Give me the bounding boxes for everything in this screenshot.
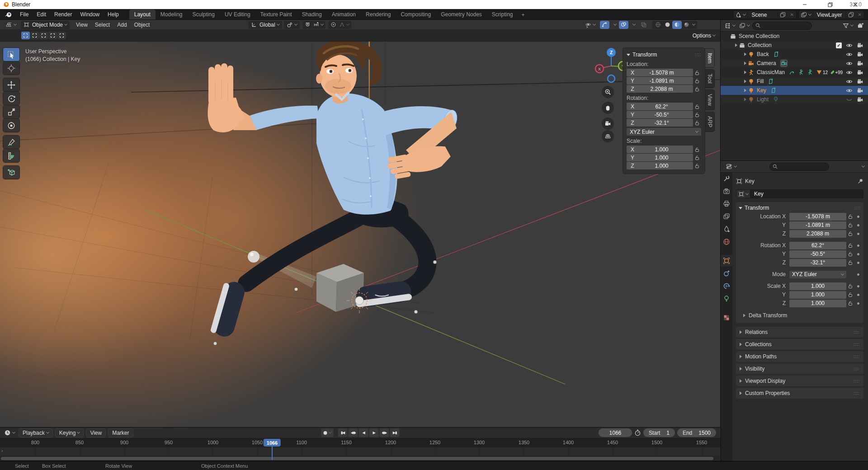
- animate-property-dot[interactable]: [857, 273, 859, 276]
- editor-type-button[interactable]: [3, 21, 19, 29]
- collapsed-panel-header[interactable]: Viewport Display: [736, 376, 863, 386]
- workspace-tab[interactable]: Shading: [297, 9, 327, 20]
- timeline-menu-item[interactable]: Keying: [55, 428, 84, 437]
- mode-selector[interactable]: Object Mode: [21, 21, 70, 29]
- proportional-falloff-selector[interactable]: [338, 21, 350, 29]
- properties-tab[interactable]: [721, 211, 732, 222]
- scene-unlink-button[interactable]: ✕: [788, 12, 796, 17]
- workspace-tab[interactable]: Layout: [129, 9, 156, 20]
- lock-button[interactable]: [846, 243, 854, 248]
- timeline-menu-item[interactable]: View: [86, 428, 106, 437]
- location-field[interactable]: Z2.2088 m: [627, 85, 693, 93]
- timeline-editor-type-button[interactable]: [3, 429, 16, 437]
- outliner-row[interactable]: Key: [721, 86, 868, 95]
- disable-in-renders-toggle[interactable]: [857, 42, 863, 49]
- closed-icon[interactable]: [744, 89, 746, 92]
- collection-checkbox[interactable]: ✓: [836, 42, 842, 48]
- properties-tab[interactable]: [721, 293, 732, 305]
- viewlayer-copy-button[interactable]: [846, 12, 856, 18]
- collapse-icon[interactable]: [627, 54, 630, 56]
- toolbar-tool-button[interactable]: [3, 166, 19, 179]
- outliner-row[interactable]: Collection ✓: [721, 41, 868, 50]
- next-keyframe-icon[interactable]: [380, 428, 389, 437]
- viewport-menu-item[interactable]: Add: [113, 21, 130, 29]
- select-mode-button[interactable]: [48, 32, 57, 39]
- start-frame-field[interactable]: Start1: [643, 428, 675, 437]
- rotation-mode-dropdown[interactable]: XYZ Euler: [627, 128, 701, 136]
- animate-property-dot[interactable]: [857, 244, 859, 247]
- lock-button[interactable]: [693, 70, 701, 75]
- shading-material-button[interactable]: [672, 21, 682, 29]
- animate-property-dot[interactable]: [857, 302, 859, 305]
- viewport-menu-item[interactable]: Object: [131, 21, 154, 29]
- collapse-icon[interactable]: [739, 207, 742, 209]
- shading-wireframe-button[interactable]: [653, 21, 663, 29]
- play-icon[interactable]: [369, 428, 379, 437]
- n-panel-tab[interactable]: ARP: [705, 112, 714, 132]
- property-value-field[interactable]: -50.5°: [789, 250, 846, 258]
- select-mode-button[interactable]: [57, 32, 66, 39]
- select-mode-button[interactable]: [39, 32, 48, 39]
- location-field[interactable]: X-1.5078 m: [627, 69, 693, 76]
- collapsed-panel-header[interactable]: Collections: [736, 339, 863, 350]
- collapsed-panel-header[interactable]: Custom Properties: [736, 388, 863, 399]
- object-name-input[interactable]: Key: [750, 189, 863, 198]
- lock-button[interactable]: [846, 231, 854, 236]
- lock-button[interactable]: [693, 104, 701, 109]
- lock-button[interactable]: [846, 301, 854, 306]
- viewport-menu-item[interactable]: Select: [91, 21, 113, 29]
- property-value-field[interactable]: -32.1°: [789, 259, 846, 267]
- eye-open-icon[interactable]: [846, 51, 853, 58]
- properties-tab[interactable]: [721, 268, 732, 279]
- menubar-item[interactable]: Edit: [33, 9, 50, 19]
- toolbar-tool-button[interactable]: [3, 149, 19, 162]
- property-value-field[interactable]: 62.2°: [789, 242, 846, 249]
- menubar-item[interactable]: Render: [50, 9, 76, 19]
- property-value-field[interactable]: 1.000: [789, 282, 846, 290]
- pivot-point-selector[interactable]: [284, 21, 300, 29]
- collapsed-panel-header[interactable]: Relations: [736, 327, 863, 338]
- property-value-field[interactable]: -1.5078 m: [789, 213, 846, 221]
- new-collection-button[interactable]: [856, 22, 865, 30]
- timeline-ruler[interactable]: 8008509009501000105011001150120012501300…: [0, 438, 721, 447]
- n-panel-tab[interactable]: View: [705, 90, 714, 110]
- menubar-item[interactable]: Help: [104, 9, 123, 19]
- lock-button[interactable]: [693, 147, 701, 152]
- timeline-menu-item[interactable]: Playback: [19, 428, 53, 437]
- minimize-button[interactable]: [792, 0, 817, 9]
- xray-toggle[interactable]: [638, 21, 650, 29]
- disable-in-renders-toggle[interactable]: [857, 87, 863, 94]
- breadcrumb-object-name[interactable]: Key: [745, 178, 755, 184]
- shading-rendered-button[interactable]: [682, 21, 691, 29]
- closed-icon[interactable]: [744, 98, 746, 101]
- options-button[interactable]: Options: [690, 32, 718, 40]
- current-frame-badge[interactable]: 1066: [264, 439, 281, 446]
- show-overlays-toggle[interactable]: [619, 21, 628, 29]
- menubar-item[interactable]: Window: [76, 9, 104, 19]
- grip-icon[interactable]: [854, 206, 861, 210]
- viewport-grid-toggle-button[interactable]: [602, 130, 614, 142]
- eye-open-icon[interactable]: [846, 69, 853, 76]
- property-value-field[interactable]: 1.000: [789, 300, 846, 307]
- delta-transform-row[interactable]: Delta Transform: [739, 311, 861, 320]
- object-type-visibility-button[interactable]: [582, 21, 598, 29]
- disable-in-renders-toggle[interactable]: [857, 69, 863, 76]
- outliner-row[interactable]: Light: [721, 95, 868, 104]
- outliner-row[interactable]: Camera: [721, 59, 868, 68]
- outliner-row[interactable]: ClassicMan: [721, 68, 868, 77]
- restore-button[interactable]: [817, 0, 843, 9]
- property-value-field[interactable]: XYZ Euler: [789, 271, 846, 278]
- menubar-item[interactable]: File: [16, 9, 33, 19]
- jump-to-start-icon[interactable]: [338, 428, 348, 437]
- viewlayer-remove-button[interactable]: ✕: [856, 12, 864, 17]
- chevron-down-icon[interactable]: [862, 164, 865, 168]
- properties-editor-type-button[interactable]: [724, 163, 738, 171]
- snapping-toggle[interactable]: [303, 21, 312, 29]
- animate-property-dot[interactable]: [857, 262, 859, 264]
- lock-button[interactable]: [846, 260, 854, 265]
- properties-tab[interactable]: [721, 236, 732, 248]
- overlays-dropdown[interactable]: [630, 21, 636, 29]
- lock-button[interactable]: [693, 163, 701, 169]
- proportional-editing-toggle[interactable]: [329, 21, 338, 29]
- viewport-camera-view-button[interactable]: [602, 118, 614, 130]
